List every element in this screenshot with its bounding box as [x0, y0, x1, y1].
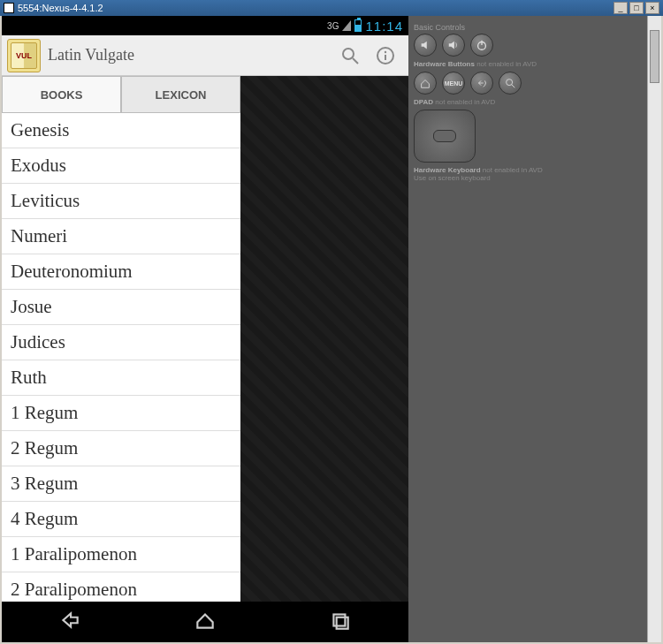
tab-lexicon[interactable]: LEXICON: [121, 76, 240, 113]
search-icon: [339, 45, 361, 66]
window-close-button[interactable]: ×: [645, 2, 659, 14]
hw-buttons-row: MENU: [414, 72, 656, 95]
list-item[interactable]: Exodus: [2, 148, 240, 184]
list-item[interactable]: 1 Regum: [2, 396, 240, 431]
list-item[interactable]: Judices: [2, 325, 240, 360]
emu-home-button[interactable]: [414, 72, 437, 95]
svg-rect-5: [334, 615, 346, 626]
window-buttons: _ □ ×: [613, 2, 659, 14]
window-app-icon: [4, 3, 14, 13]
emu-menu-button[interactable]: MENU: [442, 72, 465, 95]
android-nav-bar: [2, 602, 408, 642]
window-titlebar: 5554:Nexus-4-4.1.2 _ □ ×: [0, 0, 663, 16]
list-item[interactable]: Leviticus: [2, 184, 240, 219]
power-icon: [476, 39, 488, 51]
battery-icon: [354, 19, 362, 32]
volume-up-icon: [447, 39, 460, 51]
list-item[interactable]: Josue: [2, 290, 240, 325]
svg-line-10: [512, 85, 515, 88]
info-button[interactable]: [368, 38, 403, 73]
dpad-label: DPAD: [414, 98, 433, 106]
android-status-bar: 3G 11:14: [2, 16, 408, 35]
window-body: 3G 11:14 VUL Latin Vulgate BOOKS LEXICON: [0, 16, 663, 644]
hw-keyboard-sub: Use on screen keyboard: [414, 174, 491, 182]
hw-buttons-status: not enabled in AVD: [476, 60, 537, 68]
home-icon: [419, 77, 431, 89]
basic-controls-label: Basic Controls: [414, 23, 656, 32]
list-item[interactable]: 3 Regum: [2, 466, 240, 502]
window-minimize-button[interactable]: _: [613, 2, 628, 14]
list-item[interactable]: 2 Paralipomenon: [2, 572, 240, 602]
hw-buttons-note: Hardware Buttons not enabled in AVD: [414, 60, 656, 68]
list-item[interactable]: 4 Regum: [2, 502, 240, 537]
list-item[interactable]: Genesis: [2, 113, 240, 148]
svg-point-3: [385, 50, 386, 52]
search-icon: [504, 77, 516, 89]
emulator-panel: Basic Controls Hardware Buttons not enab…: [408, 16, 661, 642]
hw-buttons-label: Hardware Buttons: [414, 60, 475, 68]
recent-apps-icon: [329, 609, 352, 632]
svg-point-9: [507, 80, 513, 86]
dpad-status: not enabled in AVD: [435, 98, 495, 106]
window-scrollbar[interactable]: [647, 16, 661, 642]
scrollbar-thumb[interactable]: [650, 30, 659, 83]
emu-search-button[interactable]: [499, 72, 522, 95]
emu-volume-up-button[interactable]: [442, 34, 465, 57]
window-title: 5554:Nexus-4-4.1.2: [18, 3, 613, 13]
back-arrow-icon: [476, 77, 488, 89]
emu-power-button[interactable]: [470, 34, 493, 57]
list-item[interactable]: Deuteronomium: [2, 254, 240, 290]
device-screen: 3G 11:14 VUL Latin Vulgate BOOKS LEXICON: [2, 16, 408, 642]
list-item[interactable]: Ruth: [2, 360, 240, 396]
search-button[interactable]: [332, 38, 368, 73]
tab-books[interactable]: BOOKS: [2, 76, 121, 113]
hw-keyboard-label: Hardware Keyboard: [414, 166, 481, 174]
list-item[interactable]: Numeri: [2, 219, 240, 254]
emu-back-button[interactable]: [470, 72, 493, 95]
window-maximize-button[interactable]: □: [629, 2, 644, 14]
svg-point-0: [343, 49, 354, 59]
tab-row: BOOKS LEXICON: [2, 76, 240, 113]
volume-down-icon: [419, 39, 431, 51]
emu-dpad[interactable]: [414, 110, 476, 163]
nav-back-button[interactable]: [58, 609, 81, 635]
svg-line-1: [353, 58, 358, 64]
list-item[interactable]: 2 Regum: [2, 431, 240, 466]
app-title: Latin Vulgate: [48, 46, 332, 64]
list-item[interactable]: 1 Paralipomenon: [2, 537, 240, 572]
svg-rect-4: [385, 55, 386, 60]
svg-rect-6: [337, 617, 348, 629]
hw-keyboard-note: Hardware Keyboard not enabled in AVDUse …: [414, 166, 656, 182]
book-list[interactable]: Genesis Exodus Leviticus Numeri Deuteron…: [2, 113, 240, 602]
app-action-bar: VUL Latin Vulgate: [2, 35, 408, 76]
app-icon[interactable]: VUL: [7, 39, 41, 72]
home-icon: [194, 609, 217, 632]
hw-keyboard-status: not enabled in AVD: [483, 166, 543, 174]
nav-home-button[interactable]: [194, 609, 217, 635]
app-icon-text: VUL: [16, 51, 32, 60]
navigation-drawer: BOOKS LEXICON Genesis Exodus Leviticus N…: [2, 76, 240, 602]
clock-label: 11:14: [365, 19, 403, 34]
content-area: BOOKS LEXICON Genesis Exodus Leviticus N…: [2, 76, 408, 602]
back-icon: [58, 609, 81, 632]
emu-volume-down-button[interactable]: [414, 34, 437, 57]
basic-controls-row: [414, 34, 656, 57]
info-icon: [375, 45, 396, 66]
signal-icon: [342, 20, 351, 31]
dpad-note: DPAD not enabled in AVD: [414, 98, 656, 106]
nav-recent-button[interactable]: [329, 609, 352, 635]
network-type-label: 3G: [327, 21, 339, 31]
